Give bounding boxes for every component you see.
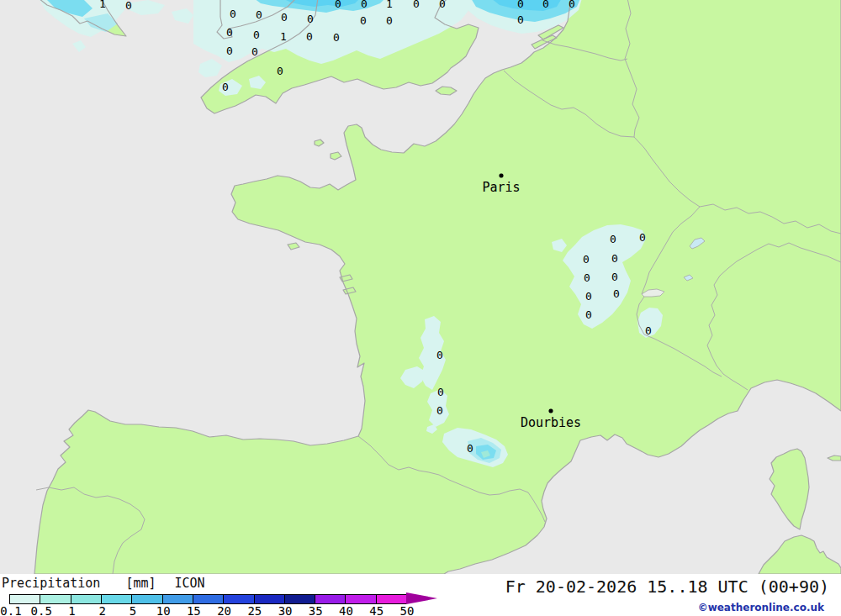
legend-footer: Precipitation[mm]ICON 0.10.5125101520253… [0,574,841,616]
weather-map-page: 1000100000000000000100000000000000000000… [0,0,841,616]
city-layer: ParisDourbies [0,0,841,574]
legend-tick: 30 [278,604,293,616]
legend-tick: 45 [369,604,383,616]
legend-title-row: Precipitation[mm]ICON [2,576,205,591]
legend-segment [345,595,375,603]
legend-tick: 40 [339,604,353,616]
city-marker-dourbies [549,409,553,413]
legend-tick: 50 [400,604,415,616]
legend-segment [223,595,253,603]
model-name: ICON [175,576,205,591]
legend-segment [131,595,161,603]
city-label-paris: Paris [482,180,520,195]
legend-segment [71,595,101,603]
legend-tick: 20 [217,604,231,616]
legend-unit: [mm] [125,576,156,591]
legend-tick: 2 [98,604,105,616]
legend-tick-labels: 0.10.5125101520253035404550 [0,604,437,616]
legend-colorbar [9,594,407,604]
legend-tick: 0.5 [31,604,52,616]
legend-segment [162,595,193,603]
legend-segment [40,595,70,603]
legend-segment [101,595,131,603]
legend-tick: 15 [187,604,201,616]
legend-segment [315,595,345,603]
legend-segment [254,595,284,603]
legend-tick: 1 [68,604,75,616]
valid-time-text: Fr 20-02-2026 15..18 UTC (00+90) [505,577,829,597]
legend-arrow [406,592,437,604]
legend-tick: 5 [130,604,136,616]
legend-title: Precipitation [2,576,100,591]
legend-segment [376,595,406,603]
legend-segment [10,595,40,603]
legend-segment [193,595,223,603]
city-label-dourbies: Dourbies [521,415,581,430]
legend-tick: 25 [247,604,262,616]
legend-tick: 10 [156,604,171,616]
city-marker-paris [500,174,504,178]
legend-tick: 35 [309,604,323,616]
legend-segment [284,595,315,603]
legend-tick: 0.1 [0,604,21,616]
copyright-text: ©weatheronline.co.uk [698,602,824,613]
